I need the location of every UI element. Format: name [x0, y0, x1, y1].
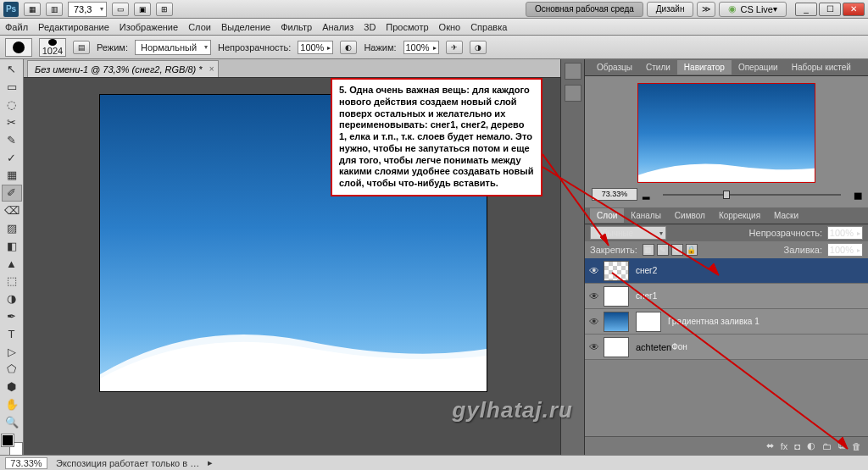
svg-marker-5: [837, 437, 848, 449]
history-brush-tool[interactable]: ▨: [2, 219, 22, 236]
menu-image[interactable]: Изображение: [120, 22, 178, 32]
menu-edit[interactable]: Редактирование: [38, 22, 109, 32]
arrow-icon: [610, 271, 856, 457]
type-tool[interactable]: T: [2, 325, 22, 342]
fill-input[interactable]: 100%: [827, 243, 863, 257]
bridge-button[interactable]: ▦: [24, 3, 41, 16]
tab-actions[interactable]: Операции: [732, 60, 785, 75]
quick-select-tool[interactable]: ✂: [2, 113, 22, 130]
flow-label: Нажим:: [364, 42, 396, 53]
tab-masks[interactable]: Маски: [767, 208, 805, 223]
navigator-tabs: Образцы Стили Навигатор Операции Наборы …: [585, 59, 868, 76]
blend-mode-label: Режим:: [97, 42, 128, 53]
path-select-tool[interactable]: ▷: [2, 343, 22, 360]
color-swatches[interactable]: [2, 434, 22, 455]
collapsed-panel-icon[interactable]: [565, 63, 581, 80]
tab-styles[interactable]: Стили: [639, 60, 677, 75]
tool-preset-picker[interactable]: [5, 38, 32, 57]
menu-3d[interactable]: 3D: [364, 22, 376, 32]
workspace-more[interactable]: ≫: [697, 2, 715, 17]
status-dropdown-icon[interactable]: ▸: [208, 457, 213, 468]
pen-tool[interactable]: ✒: [2, 308, 22, 325]
menu-view[interactable]: Просмотр: [386, 22, 428, 32]
menu-window[interactable]: Окно: [439, 22, 461, 32]
foreground-color[interactable]: [2, 434, 14, 446]
tab-swatches[interactable]: Образцы: [590, 60, 639, 75]
layer-opacity-label: Непрозрачность:: [749, 228, 822, 238]
status-info: Экспозиция работает только в …: [56, 458, 199, 468]
move-tool[interactable]: ↖: [2, 61, 22, 78]
arrange-button[interactable]: ⊞: [156, 3, 173, 16]
opacity-input[interactable]: 100%: [298, 41, 333, 54]
size-pressure-toggle[interactable]: ◑: [470, 41, 487, 54]
options-bar: 1024 ▤ Режим: Нормальный Непрозрачность:…: [0, 36, 868, 59]
healing-tool[interactable]: ▦: [2, 167, 22, 184]
toolbox: ↖ ▭ ◌ ✂ ✎ ✓ ▦ ✐ ⌫ ▨ ◧ ▲ ⬚ ◑ ✒ T ▷ ⬠ ⬢ ✋ …: [0, 59, 24, 455]
dodge-tool[interactable]: ◑: [2, 290, 22, 307]
airbrush-toggle[interactable]: ✈: [446, 41, 463, 54]
brush-preset-picker[interactable]: 1024: [39, 38, 66, 57]
screen-mode-button[interactable]: ▣: [134, 3, 151, 16]
menu-layer[interactable]: Слои: [188, 22, 211, 32]
document-tab-title: Без имени-1 @ 73,3% (снег2, RGB/8) *: [35, 64, 203, 75]
visibility-icon[interactable]: 👁: [585, 290, 604, 302]
gradient-tool[interactable]: ▲: [2, 255, 22, 272]
cslive-button[interactable]: ◉CS Live ▾: [719, 2, 787, 17]
menu-select[interactable]: Выделение: [221, 22, 270, 32]
shape-tool[interactable]: ⬠: [2, 361, 22, 378]
opacity-label: Непрозрачность:: [218, 42, 291, 53]
opacity-pressure-toggle[interactable]: ◐: [340, 41, 357, 54]
maximize-button[interactable]: ☐: [819, 3, 841, 16]
lasso-tool[interactable]: ◌: [2, 97, 22, 113]
visibility-icon[interactable]: 👁: [585, 341, 604, 353]
crop-tool[interactable]: ✎: [2, 131, 22, 148]
arrow-icon: [541, 165, 727, 284]
menu-help[interactable]: Справка: [470, 22, 507, 32]
titlebar: Ps ▦ ▥ 73,3 ▭ ▣ ⊞ Основная рабочая среда…: [0, 0, 868, 19]
eraser-tool[interactable]: ◧: [2, 237, 22, 254]
tutorial-annotation: 5. Одна очень важная вещь: для каждого н…: [331, 78, 542, 196]
document-tab[interactable]: Без имени-1 @ 73,3% (снег2, RGB/8) * ×: [27, 60, 219, 77]
fill-label: Заливка:: [784, 245, 822, 255]
menu-analysis[interactable]: Анализ: [322, 22, 353, 32]
zoom-in-icon[interactable]: ▅: [854, 189, 861, 200]
workspace-main[interactable]: Основная рабочая среда: [526, 2, 643, 17]
status-zoom[interactable]: 73.33%: [5, 457, 47, 469]
tab-brushes[interactable]: Наборы кистей: [785, 60, 858, 75]
layer-opacity-input[interactable]: 100%: [827, 226, 863, 240]
app-logo: Ps: [3, 2, 19, 17]
close-tab-icon[interactable]: ×: [209, 64, 214, 74]
snow-shape: [100, 315, 487, 391]
menubar: Файл Редактирование Изображение Слои Выд…: [0, 19, 868, 36]
brush-panel-toggle[interactable]: ▤: [73, 41, 90, 54]
eyedropper-tool[interactable]: ✓: [2, 149, 22, 166]
view-extras-button[interactable]: ▭: [112, 3, 129, 16]
blur-tool[interactable]: ⬚: [2, 273, 22, 290]
collapsed-panel-icon[interactable]: [565, 85, 581, 102]
workspace-design[interactable]: Дизайн: [647, 2, 694, 17]
tab-navigator[interactable]: Навигатор: [677, 60, 732, 75]
minibridge-button[interactable]: ▥: [46, 3, 63, 16]
brush-tool[interactable]: ✐: [2, 185, 22, 202]
minimize-button[interactable]: _: [795, 3, 817, 16]
flow-input[interactable]: 100%: [403, 41, 439, 54]
stamp-tool[interactable]: ⌫: [2, 202, 22, 219]
3d-tool[interactable]: ⬢: [2, 379, 22, 395]
zoom-field[interactable]: 73,3: [68, 2, 107, 17]
svg-line-4: [612, 273, 848, 449]
watermark: gylhataj.ru: [453, 397, 573, 423]
document-tabs: Без имени-1 @ 73,3% (снег2, RGB/8) * ×: [24, 59, 560, 78]
hand-tool[interactable]: ✋: [2, 396, 22, 413]
svg-line-2: [542, 167, 719, 275]
visibility-icon[interactable]: 👁: [585, 316, 604, 328]
menu-filter[interactable]: Фильтр: [281, 22, 312, 32]
close-button[interactable]: ✕: [843, 3, 865, 16]
marquee-tool[interactable]: ▭: [2, 79, 22, 96]
zoom-tool[interactable]: 🔍: [2, 414, 22, 431]
blend-mode-select[interactable]: Нормальный: [135, 40, 211, 55]
menu-file[interactable]: Файл: [5, 22, 28, 32]
